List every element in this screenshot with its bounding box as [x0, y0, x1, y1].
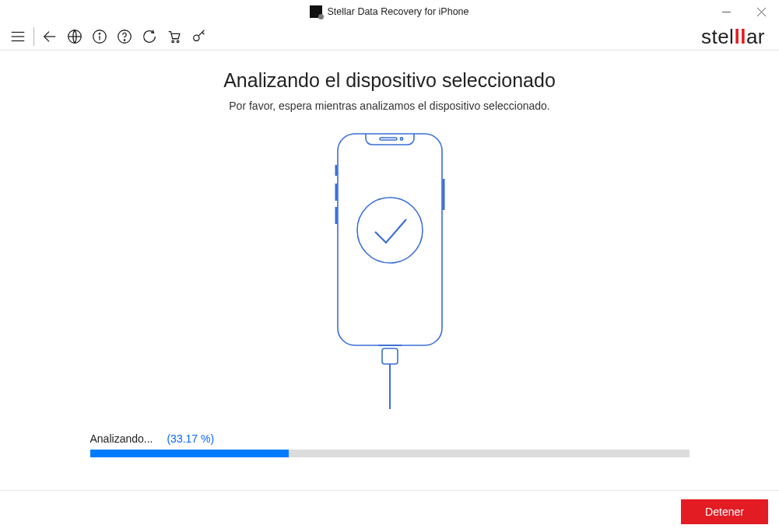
- svg-rect-19: [338, 134, 442, 345]
- svg-point-16: [194, 35, 199, 40]
- window-controls: [709, 0, 779, 23]
- svg-point-15: [177, 40, 179, 43]
- globe-icon[interactable]: [63, 25, 86, 48]
- svg-point-13: [124, 40, 125, 40]
- svg-rect-20: [380, 138, 397, 140]
- progress-status-label: Analizando...: [90, 432, 153, 445]
- key-icon[interactable]: [188, 25, 211, 48]
- brand-logo: stelllar: [701, 25, 765, 49]
- window-title: Stellar Data Recovery for iPhone: [327, 6, 468, 17]
- separator: [33, 27, 34, 46]
- progress-section: Analizando... (33.17 %): [90, 432, 690, 457]
- svg-point-14: [172, 40, 174, 43]
- minimize-button[interactable]: [709, 0, 744, 23]
- menu-icon[interactable]: [6, 25, 30, 48]
- toolbar: stelllar: [0, 23, 779, 50]
- info-icon[interactable]: [88, 25, 111, 48]
- back-arrow-icon[interactable]: [38, 25, 61, 48]
- footer: Detener: [0, 490, 779, 532]
- refresh-icon[interactable]: [138, 25, 161, 48]
- phone-illustration: [324, 129, 456, 409]
- progress-percent-label: (33.17 %): [167, 432, 214, 445]
- app-icon: [310, 5, 322, 18]
- svg-rect-28: [382, 348, 398, 364]
- stop-button[interactable]: Detener: [681, 499, 768, 524]
- page-subtitle: Por favor, espera mientras analizamos el…: [229, 100, 549, 112]
- progress-bar: [90, 450, 690, 457]
- progress-fill: [90, 450, 289, 457]
- svg-point-26: [357, 198, 423, 263]
- svg-point-21: [400, 138, 402, 140]
- help-icon[interactable]: [113, 25, 136, 48]
- titlebar: Stellar Data Recovery for iPhone: [0, 0, 779, 23]
- svg-point-11: [99, 33, 100, 34]
- cart-icon[interactable]: [163, 25, 186, 48]
- close-button[interactable]: [744, 0, 779, 23]
- svg-line-18: [202, 33, 205, 35]
- main-content: Analizando el dispositivo seleccionado P…: [0, 50, 779, 490]
- page-title: Analizando el dispositivo seleccionado: [223, 69, 556, 92]
